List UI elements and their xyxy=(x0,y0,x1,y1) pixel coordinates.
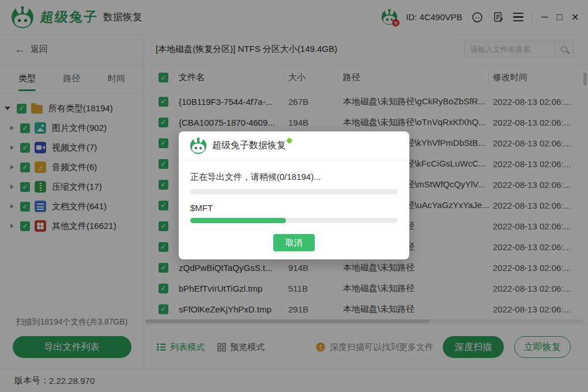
dialog-title: 超级兔子数据恢复 xyxy=(212,140,286,152)
current-file-name: $MFT xyxy=(190,203,398,213)
cancel-button[interactable]: 取消 xyxy=(273,234,315,251)
export-status-message: 正在导出文件，请稍候(0/18194)... xyxy=(190,172,398,183)
sparkle-diamond-icon xyxy=(286,137,292,144)
dialog-logo-rabbit-icon xyxy=(190,138,206,154)
dialog-header: 超级兔子数据恢复 xyxy=(179,131,409,160)
dialog-body: 正在导出文件，请稍候(0/18194)... $MFT 取消 xyxy=(179,160,409,251)
file-progress-fill xyxy=(190,218,286,223)
file-progress-bar xyxy=(190,218,398,223)
overall-progress-bar xyxy=(190,189,398,194)
app-window: 超级兔子 数据恢复 V ID: 4C490VPB ─ □ × xyxy=(0,0,588,392)
export-progress-dialog: 超级兔子数据恢复 正在导出文件，请稍候(0/18194)... $MFT 取消 xyxy=(179,131,409,259)
